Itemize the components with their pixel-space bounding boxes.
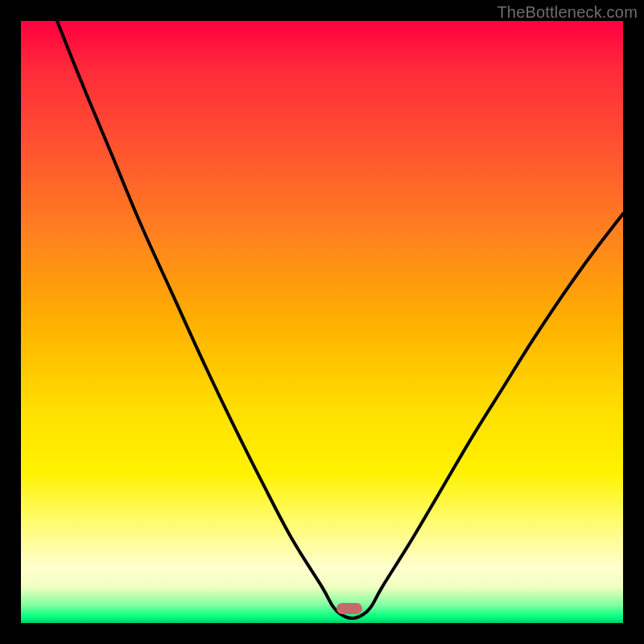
watermark-text: TheBottleneck.com — [497, 3, 638, 22]
chart-frame: TheBottleneck.com — [0, 0, 644, 644]
plot-area — [21, 21, 623, 623]
curve-svg — [21, 21, 623, 623]
bottleneck-curve-path — [57, 21, 623, 618]
minimum-marker — [336, 603, 362, 614]
